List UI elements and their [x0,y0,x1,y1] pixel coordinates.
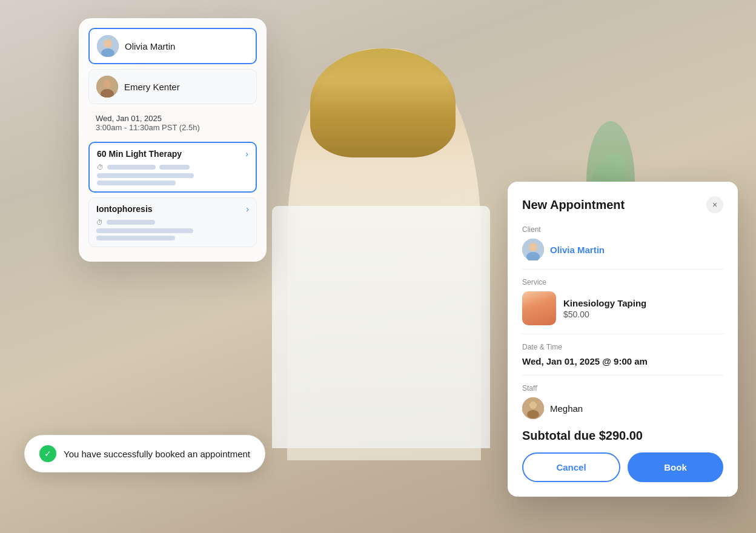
service-item-light-therapy[interactable]: 60 Min Light Therapy › ⏱ [88,142,257,193]
service-detail-row-1: ⏱ [97,164,248,171]
appointment-staff-row: Meghan [522,397,723,419]
divider-1 [522,269,723,270]
appointment-service-price: $50.00 [563,310,646,319]
appointment-client-name: Olivia Martin [550,245,605,255]
svg-point-7 [529,243,537,251]
scene-container: Olivia Martin Emery Kenter Wed, Jan 01, … [0,0,756,533]
service-thumbnail [522,291,556,325]
appointment-client-row: Olivia Martin [522,239,723,260]
close-button[interactable]: × [706,196,723,213]
appointment-datetime: Wed, Jan 01, 2025 @ 9:00 am [522,356,723,366]
success-icon: ✓ [39,445,56,462]
success-toast: ✓ You have successfully booked an appoin… [24,435,265,472]
client-section-label: Client [522,225,723,234]
date-display: Wed, Jan 01, 2025 [96,114,250,123]
divider-2 [522,334,723,334]
skeleton-extra [159,165,190,170]
service-section-label: Service [522,278,723,286]
client-name-olivia: Olivia Martin [125,41,175,51]
service-name-ionto: Iontophoresis [96,204,153,214]
appointment-service-name: Kinesiology Taping [563,298,646,308]
avatar-emery [96,76,118,98]
skeleton-ionto-1 [96,228,193,233]
datetime-section-label: Date & Time [522,343,723,351]
skeleton-ionto-2 [96,236,175,240]
svg-point-11 [527,410,539,419]
service-header-ionto: Iontophoresis › [96,204,249,214]
avatar-olivia [97,35,119,57]
new-appointment-panel: New Appointment × Client Olivia Martin S… [508,182,738,497]
book-button[interactable]: Book [628,452,723,482]
clock-icon-1: ⏱ [97,164,104,171]
service-header-light: 60 Min Light Therapy › [97,149,248,159]
panel-title: New Appointment [522,198,625,212]
staff-avatar [522,397,544,419]
skeleton-desc-2 [97,180,176,185]
staff-section-label: Staff [522,384,723,392]
panel-header: New Appointment × [522,196,723,213]
client-item-emery[interactable]: Emery Kenter [88,69,257,104]
svg-point-1 [104,39,112,48]
cancel-button[interactable]: Cancel [522,452,620,482]
service-item-iontophoresis[interactable]: Iontophoresis › ⏱ [88,197,257,247]
appointment-service-row: Kinesiology Taping $50.00 [522,291,723,325]
svg-point-4 [103,80,111,88]
service-selection-panel: Olivia Martin Emery Kenter Wed, Jan 01, … [79,18,267,262]
client-name-emery: Emery Kenter [124,82,180,92]
time-display: 3:00am - 11:30am PST (2.5h) [96,123,250,132]
chevron-right-icon: › [245,149,248,159]
service-detail-row-2: ⏱ [96,219,249,226]
checkmark-icon: ✓ [44,449,51,459]
chevron-right-icon-2: › [246,204,249,214]
skeleton-time [107,165,156,170]
service-name-light: 60 Min Light Therapy [97,149,182,159]
success-message: You have successfully booked an appointm… [64,449,250,459]
action-buttons: Cancel Book [522,452,723,482]
service-thumb-image [522,291,556,325]
client-item-olivia[interactable]: Olivia Martin [88,28,257,64]
appointment-client-avatar [522,239,544,260]
date-time-section: Wed, Jan 01, 2025 3:00am - 11:30am PST (… [88,109,257,137]
divider-3 [522,375,723,376]
svg-point-10 [529,402,537,409]
skeleton-desc [97,173,194,178]
appointment-staff-name: Meghan [550,403,583,414]
clock-icon-2: ⏱ [96,219,103,226]
skeleton-time-2 [107,220,155,225]
subtotal-display: Subtotal due $290.00 [522,429,723,443]
service-info: Kinesiology Taping $50.00 [563,298,646,319]
